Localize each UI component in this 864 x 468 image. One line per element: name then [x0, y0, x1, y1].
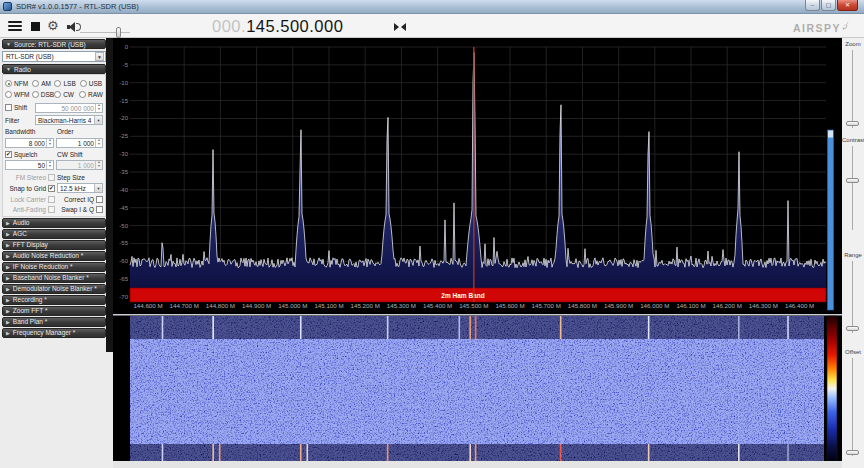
spectrum-scrollbar[interactable]	[828, 130, 834, 310]
radio-button-icon[interactable]	[5, 91, 12, 98]
minimize-button[interactable]: –	[805, 0, 820, 11]
close-button[interactable]: ✕	[837, 0, 858, 11]
correct-iq-checkbox[interactable]: Correct IQ	[57, 196, 103, 203]
frequency-main-digits[interactable]: 145.500.000	[246, 17, 343, 35]
zoom-slider[interactable]	[852, 50, 853, 128]
waterfall-display[interactable]	[113, 314, 842, 468]
sidebar-panel-frequency-manager[interactable]: ▶Frequency Manager *	[2, 328, 106, 338]
mode-radio-usb[interactable]: USB	[80, 80, 103, 87]
offset-slider[interactable]	[852, 358, 853, 456]
svg-text:146.300 M: 146.300 M	[749, 302, 778, 309]
collapse-arrow-icon: ▼	[6, 66, 11, 72]
mode-radio-cw[interactable]: CW	[54, 91, 79, 98]
svg-text:144.600 M: 144.600 M	[133, 302, 162, 309]
sidebar-panel-band-plan[interactable]: ▶Band Plan *	[2, 317, 106, 327]
radio-button-icon[interactable]	[32, 91, 39, 98]
sidebar-panel-demodulator-noise-blanker[interactable]: ▶Demodulator Noise Blanker *	[2, 284, 106, 294]
bandwidth-value[interactable]: 8 000	[6, 139, 46, 147]
panel-title: FFT Display	[13, 241, 48, 248]
sidebar-panel-baseband-noise-blanker[interactable]: ▶Baseband Noise Blanker *	[2, 273, 106, 283]
mode-radio-dsb[interactable]: DSB	[32, 91, 54, 98]
squelch-value[interactable]: 50	[6, 161, 46, 169]
speaker-icon[interactable]	[67, 22, 81, 32]
svg-text:-60: -60	[119, 258, 128, 264]
volume-slider-thumb[interactable]	[116, 27, 121, 38]
spinner-icon[interactable]: ▲▼	[95, 139, 102, 147]
panel-title: Baseband Noise Blanker *	[13, 274, 89, 281]
swap-iq-checkbox[interactable]: Swap I & Q	[57, 206, 103, 213]
contrast-slider-thumb[interactable]	[846, 178, 859, 183]
radio-button-icon[interactable]	[5, 80, 12, 87]
settings-gear-icon[interactable]: ⚙	[47, 16, 59, 36]
mode-radio-am[interactable]: AM	[32, 80, 54, 87]
order-value[interactable]: 1 000	[57, 139, 95, 147]
window-buttons: – ▢ ✕	[805, 0, 858, 11]
sidebar-panel-recording[interactable]: ▶Recording *	[2, 295, 106, 305]
checkbox-unchecked-icon[interactable]	[5, 104, 12, 111]
volume-slider[interactable]	[80, 32, 130, 33]
svg-text:145.700 M: 145.700 M	[532, 302, 561, 309]
range-slider-thumb[interactable]	[846, 326, 859, 331]
frequency-display[interactable]: 000.145.500.000	[212, 17, 343, 36]
sidebar-panel-audio[interactable]: ▶Audio	[2, 218, 106, 228]
contrast-slider[interactable]	[852, 146, 853, 230]
expand-arrow-icon: ▶	[6, 231, 10, 237]
chevron-down-icon[interactable]: ▼	[95, 52, 104, 61]
titlebar[interactable]: SDR# v1.0.0.1577 - RTL-SDR (USB) – ▢ ✕	[0, 0, 864, 14]
checkbox-unchecked-icon[interactable]	[96, 206, 103, 213]
sidebar-panel-audio-noise-reduction[interactable]: ▶Audio Noise Reduction *	[2, 251, 106, 261]
zoom-slider-thumb[interactable]	[846, 121, 859, 126]
checkbox-unchecked-icon[interactable]	[96, 196, 103, 203]
mode-selector: NFMAMLSBUSBWFMDSBCWRAW	[5, 78, 103, 100]
spectrum-display[interactable]: 2m Ham Band0-5-10-15-20-25-30-35-40-45-5…	[113, 38, 842, 314]
mode-label: AM	[41, 80, 51, 87]
shift-checkbox[interactable]: Shift	[5, 104, 33, 111]
radio-button-icon[interactable]	[32, 80, 39, 87]
radio-button-icon[interactable]	[54, 91, 61, 98]
sidebar-panel-fft-display[interactable]: ▶FFT Display	[2, 240, 106, 250]
shift-input[interactable]: 50 000 000 ▲▼	[35, 103, 103, 113]
mode-radio-raw[interactable]: RAW	[79, 91, 103, 98]
mode-radio-nfm[interactable]: NFM	[5, 80, 32, 87]
mode-radio-wfm[interactable]: WFM	[5, 91, 32, 98]
stop-button[interactable]	[31, 22, 40, 31]
tuning-line[interactable]	[473, 47, 475, 302]
frequency-ghz-digits[interactable]: 000.	[212, 17, 246, 35]
maximize-button[interactable]: ▢	[821, 0, 836, 11]
svg-text:146.000 M: 146.000 M	[640, 302, 669, 309]
filter-select[interactable]: Blackman-Harris 4 ▼	[35, 115, 103, 125]
spinner-icon[interactable]: ▲▼	[46, 139, 53, 147]
offset-slider-thumb[interactable]	[846, 450, 859, 455]
sidebar-panel-zoom-fft[interactable]: ▶Zoom FFT *	[2, 306, 106, 316]
step-size-select[interactable]: 12.5 kHz ▼	[57, 183, 103, 193]
order-input[interactable]: 1 000 ▲▼	[56, 138, 103, 148]
source-device-select[interactable]: RTL-SDR (USB) ▼	[2, 51, 106, 62]
sidebar-panel-if-noise-reduction[interactable]: ▶IF Noise Reduction *	[2, 262, 106, 272]
squelch-input[interactable]: 50 ▲▼	[5, 160, 54, 170]
expand-arrow-icon: ▶	[6, 308, 10, 314]
spinner-icon[interactable]: ▲▼	[46, 161, 53, 169]
radio-button-icon[interactable]	[54, 80, 61, 87]
panel-title: Audio Noise Reduction *	[13, 252, 83, 259]
panel-radio-header[interactable]: ▼ Radio	[2, 64, 106, 74]
chevron-down-icon[interactable]: ▼	[94, 116, 102, 124]
range-slider[interactable]	[852, 261, 853, 333]
radio-button-icon[interactable]	[80, 80, 87, 87]
mode-row: NFMAMLSBUSB	[5, 78, 103, 89]
mode-radio-lsb[interactable]: LSB	[54, 80, 79, 87]
checkbox-checked-icon[interactable]: ✔	[5, 151, 12, 158]
filter-label: Filter	[5, 117, 33, 124]
snap-to-grid-checkbox[interactable]: Snap to Grid ✔	[5, 185, 55, 192]
squelch-checkbox[interactable]: ✔ Squelch	[5, 151, 55, 158]
bandwidth-input[interactable]: 8 000 ▲▼	[5, 138, 54, 148]
checkbox-checked-icon[interactable]: ✔	[48, 185, 55, 192]
center-tune-icon[interactable]	[394, 23, 406, 31]
sidebar-panel-agc[interactable]: ▶AGC	[2, 229, 106, 239]
collapsed-panels: ▶Audio▶AGC▶FFT Display▶Audio Noise Reduc…	[0, 218, 113, 338]
radio-button-icon[interactable]	[79, 91, 86, 98]
panel-source-header[interactable]: ▼ Source: RTL-SDR (USB)	[2, 39, 106, 49]
spinner-icon[interactable]: ▲▼	[95, 104, 102, 112]
chevron-down-icon[interactable]: ▼	[94, 184, 102, 192]
menu-icon[interactable]	[8, 21, 22, 31]
shift-value[interactable]: 50 000 000	[36, 104, 95, 112]
